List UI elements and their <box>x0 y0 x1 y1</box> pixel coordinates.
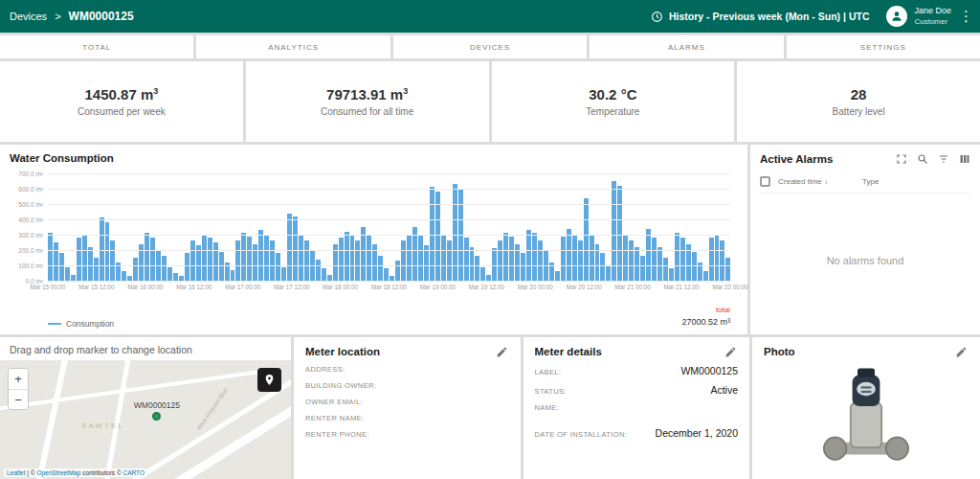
stat-battery: 28 Battery level <box>737 61 980 142</box>
meter-details-title: Meter details <box>535 346 602 357</box>
user-name-block: Jane Doe Customer <box>914 6 951 27</box>
column-type[interactable]: Type <box>862 177 879 186</box>
set-location-button[interactable] <box>257 368 281 392</box>
photo-body <box>764 358 969 471</box>
leaflet-link[interactable]: Leaflet <box>7 469 26 476</box>
field-address: ADDRESS: <box>305 358 509 375</box>
stat-value: 79713.91 m3 <box>326 86 408 103</box>
stat-consumed-alltime: 79713.91 m3 Consumed for all time <box>246 61 489 142</box>
stat-value: 1450.87 m3 <box>85 86 159 103</box>
filter-icon[interactable] <box>937 152 949 165</box>
fullscreen-icon[interactable] <box>895 152 907 165</box>
osm-link[interactable]: OpenStreetMap <box>36 469 80 476</box>
chart-x-axis: Mar 15 00:00Mar 15 12:00Mar 16 00:00Mar … <box>48 281 730 291</box>
field-owner-email: OWNER EMAIL: <box>305 391 509 407</box>
alarms-header: Active Alarms <box>760 152 970 165</box>
field-building-owner: BUILDING OWNER: <box>305 375 509 391</box>
meter-location-card: Meter location ADDRESS: BUILDING OWNER: … <box>294 337 521 479</box>
stat-label: Battery level <box>833 106 885 117</box>
active-alarms-card: Active Alarms <box>750 145 980 334</box>
select-all-checkbox[interactable] <box>760 176 770 187</box>
chart-plot-area[interactable]: 700.0 m³600.0 m³500.0 m³400.0 m³300.0 m³… <box>48 173 730 281</box>
clock-icon <box>651 11 663 23</box>
stat-consumed-week: 1450.87 m3 Consumed per week <box>0 61 243 142</box>
tab-bar: TOTAL ANALYTICS DEVICES ALARMS SETTINGS <box>0 35 980 58</box>
stat-value: 28 <box>851 86 867 103</box>
stat-label: Consumed per week <box>78 106 166 117</box>
legend-swatch <box>48 323 61 325</box>
top-bar: Devices > WM0000125 History - Previous w… <box>0 0 980 33</box>
history-timewindow-button[interactable]: History - Previous week (Mon - Sun) | UT… <box>651 11 869 23</box>
chart-total: total 27000.52 m³ <box>681 305 730 330</box>
breadcrumb-devices[interactable]: Devices <box>10 11 47 22</box>
map[interactable]: West Grayson Blvd + − WM0000125 SAWTEL L… <box>0 360 291 479</box>
chart-title: Water Consumption <box>10 152 738 164</box>
water-consumption-card: Water Consumption 700.0 m³600.0 m³500.0 … <box>0 145 747 334</box>
bottom-row: Drag and drop marker to change location … <box>0 337 980 479</box>
meter-details-header: Meter details <box>535 345 739 358</box>
edit-icon[interactable] <box>496 345 509 358</box>
field-status: STATUS: Active <box>535 377 739 397</box>
carto-link[interactable]: CARTO <box>123 469 145 476</box>
avatar <box>886 6 907 27</box>
more-options-icon[interactable]: ⋮ <box>959 8 970 25</box>
legend-label: Consumption <box>66 319 114 329</box>
edit-icon[interactable] <box>955 345 969 358</box>
map-street <box>103 360 131 479</box>
location-pin-icon <box>263 374 276 386</box>
stat-label: Temperature <box>586 106 639 117</box>
total-value: 27000.52 m³ <box>681 316 730 330</box>
user-role: Customer <box>914 17 951 27</box>
photo-header: Photo <box>764 345 969 358</box>
field-renter-name: RENTER NAME: <box>305 407 509 423</box>
alarms-table-header: Created time ↓ Type <box>760 176 970 194</box>
dashboard: Devices > WM0000125 History - Previous w… <box>0 0 980 479</box>
zoom-out-button[interactable]: − <box>9 389 28 409</box>
tab-settings[interactable]: SETTINGS <box>787 35 980 58</box>
consumption-chart[interactable]: 700.0 m³600.0 m³500.0 m³400.0 m³300.0 m³… <box>48 173 730 301</box>
alarms-title: Active Alarms <box>760 153 833 165</box>
stat-temperature: 30.2 °C Temperature <box>492 61 735 142</box>
alarms-toolbar <box>895 152 970 165</box>
breadcrumb-current: WM0000125 <box>69 10 134 23</box>
user-icon <box>890 10 903 23</box>
marker-dot-icon <box>152 412 161 421</box>
map-card: Drag and drop marker to change location … <box>0 337 291 479</box>
tab-alarms[interactable]: ALARMS <box>590 35 783 58</box>
photo-title: Photo <box>764 346 795 357</box>
chart-legend[interactable]: Consumption <box>48 319 114 329</box>
map-attribution: Leaflet | © OpenStreetMap contributors ©… <box>4 468 147 477</box>
field-renter-phone: RENTER PHONE: <box>305 423 509 440</box>
meter-location-title: Meter location <box>305 346 380 357</box>
user-menu[interactable]: Jane Doe Customer <box>886 6 951 27</box>
meter-details-card: Meter details LABEL: WM0000125 STATUS: A… <box>523 337 750 479</box>
stat-cards-row: 1450.87 m3 Consumed per week 79713.91 m3… <box>0 61 980 142</box>
tab-devices[interactable]: DEVICES <box>393 35 587 58</box>
history-label: History - Previous week (Mon - Sun) | UT… <box>669 11 869 22</box>
stat-value: 30.2 °C <box>589 86 636 103</box>
breadcrumb-separator: > <box>55 11 60 22</box>
search-icon[interactable] <box>916 152 928 165</box>
sort-down-icon: ↓ <box>824 177 828 186</box>
stat-label: Consumed for all time <box>321 106 413 117</box>
no-alarms-message: No alarms found <box>760 194 970 327</box>
meter-location-header: Meter location <box>305 345 509 358</box>
zoom-in-button[interactable]: + <box>9 369 28 389</box>
tab-total[interactable]: TOTAL <box>0 35 193 58</box>
columns-icon[interactable] <box>958 152 970 165</box>
breadcrumb: Devices > WM0000125 <box>10 10 134 23</box>
map-street <box>36 360 70 479</box>
middle-row: Water Consumption 700.0 m³600.0 m³500.0 … <box>0 145 980 334</box>
edit-icon[interactable] <box>724 345 738 358</box>
map-hint: Drag and drop marker to change location <box>0 337 291 360</box>
chart-footer: Consumption total 27000.52 m³ <box>48 305 730 330</box>
user-name: Jane Doe <box>914 6 951 17</box>
field-name: NAME: <box>535 397 739 413</box>
field-label: LABEL: WM0000125 <box>535 358 739 377</box>
marker-label: WM0000125 <box>134 400 180 410</box>
column-created-time[interactable]: Created time ↓ <box>778 177 828 186</box>
map-area-label: SAWTEL <box>81 422 124 430</box>
photo-card: Photo <box>752 337 980 479</box>
tab-analytics[interactable]: ANALYTICS <box>196 35 390 58</box>
device-marker[interactable]: WM0000125 <box>134 400 180 421</box>
